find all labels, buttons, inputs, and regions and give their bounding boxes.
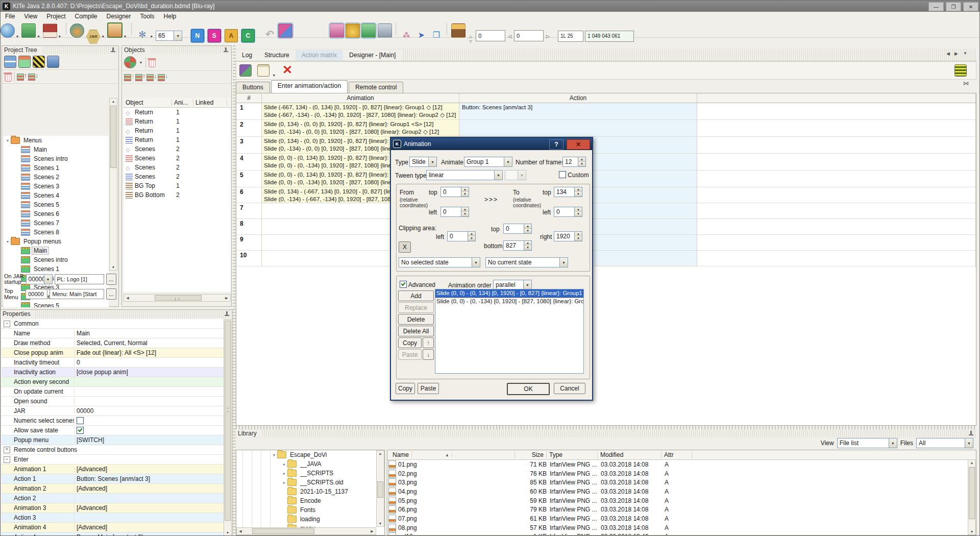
on-jar-startup-select[interactable]: 00000▼ (26, 274, 53, 284)
playlist-browse-button[interactable]: ... (106, 274, 116, 285)
object-up-icon[interactable] (135, 72, 144, 82)
animation-step-item[interactable]: Slide (0, 0) - (0, 134) [0, 1920] - [0, … (435, 289, 583, 298)
tree-expander[interactable]: ▾ (271, 453, 277, 457)
property-value[interactable]: Button: Scenes [anm/act 3] (75, 475, 224, 482)
table-row[interactable]: 10 (236, 251, 976, 266)
open-dropdown[interactable]: ▼ (36, 30, 41, 43)
frame-value-field[interactable]: 0 (476, 30, 505, 41)
delete-row-icon[interactable]: ✕ (282, 62, 292, 78)
order-select[interactable]: parallel▼ (493, 280, 532, 290)
properties-scrollbar[interactable]: ▼ (224, 319, 232, 536)
type-select[interactable]: Slide▼ (409, 157, 437, 167)
property-value[interactable]: [SWITCH] (75, 436, 224, 444)
menu-item[interactable]: Project (42, 12, 70, 21)
property-value[interactable]: [close popup anim] (75, 369, 224, 376)
property-checkbox[interactable] (77, 417, 84, 424)
tree-item[interactable]: Scenes 8 (4, 228, 109, 237)
current-state-select[interactable]: No current state▼ (485, 257, 568, 267)
property-value[interactable]: 00000 (75, 407, 224, 415)
object-row[interactable]: Scenes 2 (124, 163, 231, 172)
tab-scroll-right-icon[interactable]: ▶ (954, 51, 958, 56)
custom-checkbox[interactable]: Custom (559, 171, 589, 179)
file-row[interactable]: 01.png 71 KB IrfanView PNG ... 03.03.201… (387, 460, 976, 469)
row-action-cell[interactable] (459, 120, 697, 137)
delete-button[interactable]: Delete (398, 314, 434, 325)
tree-item[interactable]: ▾ Popup menus (4, 237, 109, 246)
property-row[interactable]: Inactivity action [close popup anim] (2, 368, 224, 377)
table-row[interactable]: 7 (236, 203, 976, 219)
image-export-icon[interactable] (107, 22, 122, 38)
table-row[interactable]: 9 (236, 235, 976, 251)
save-dropdown[interactable]: ▼ (57, 30, 62, 43)
tree-item[interactable]: Scenes intro (4, 255, 109, 264)
tree-item[interactable]: Scenes 5 (4, 200, 109, 209)
close-button[interactable]: ✕ (963, 2, 978, 11)
cancel-button[interactable]: Cancel (554, 383, 585, 394)
tree-expander[interactable]: ▸ (281, 462, 287, 467)
jar-dropdown[interactable]: ▼ (101, 30, 106, 43)
library-tree-item[interactable]: 2021-10-15_1137 (270, 487, 376, 496)
tree-expander[interactable]: ▾ (5, 138, 11, 143)
pin-icon[interactable] (969, 431, 973, 436)
rotate-dropdown[interactable]: ▼ (138, 56, 143, 69)
menu-item[interactable]: Designer (102, 12, 136, 21)
move-bottom-icon[interactable] (158, 72, 167, 82)
designer-mode-icon[interactable] (278, 23, 292, 38)
paste-item-button[interactable]: Paste (398, 349, 422, 360)
property-row[interactable]: − Enter (2, 455, 224, 465)
copy-structure-icon[interactable] (239, 64, 252, 77)
row-action-cell[interactable]: Button: Scenes [anm/act 3] (459, 103, 697, 120)
collapse-panel-icon[interactable]: ⋈ (963, 80, 969, 87)
file-row[interactable]: 02.png 76 KB IrfanView PNG ... 03.03.201… (387, 469, 976, 478)
settings-dropdown[interactable]: ▼ (149, 30, 154, 43)
table-row[interactable]: 3 Slide (0, 134) - (0, 0) [0, 1920] - [0… (236, 137, 976, 154)
clip-left-spinner[interactable]: 0▲▼ (447, 231, 476, 241)
clip-x-button[interactable]: X (399, 241, 411, 253)
delete-node-icon[interactable] (4, 72, 12, 81)
bird-icon[interactable] (330, 23, 344, 38)
nav-prev-button[interactable]: ◁ (507, 30, 512, 43)
object-row[interactable]: Return 1 (124, 117, 231, 126)
table-row[interactable]: 6 Slide (0, 134) - (-667, 134) [0, 1920]… (236, 187, 976, 203)
to-top-spinner[interactable]: 134▲▼ (554, 187, 582, 197)
table-row[interactable]: 5 Slide (0, 0) - (0, 134) [0, 1920] - [0… (236, 170, 976, 187)
state-letter-button[interactable]: C (241, 29, 255, 42)
chart-icon[interactable]: ⁂ (400, 29, 413, 42)
tree-item[interactable]: Scenes 6 (4, 209, 109, 218)
property-row[interactable]: Action 1 Button: Scenes [anm/act 3] (2, 474, 224, 484)
property-checkbox[interactable] (77, 427, 84, 434)
jar-icon[interactable]: JAR (86, 30, 101, 44)
library-tree-item[interactable]: Encode (270, 496, 376, 505)
property-row[interactable]: Animation 1 [Advanced] (2, 465, 224, 474)
top-menu-field[interactable]: Menu: Main [Start (50, 289, 104, 299)
state-letter-button[interactable]: S (208, 29, 221, 42)
object-row[interactable]: BG Bottom 2 (124, 190, 231, 200)
move-item-up-button[interactable]: ↑ (423, 337, 434, 348)
tree-item[interactable]: Scenes 1 (4, 163, 109, 173)
column-ani[interactable]: Ani... (172, 99, 193, 106)
maximize-button[interactable]: ❐ (946, 2, 961, 11)
object-row[interactable]: Return 1 (124, 108, 231, 117)
pin-icon[interactable] (111, 47, 115, 53)
view-select[interactable]: File list▼ (837, 438, 897, 448)
tree-item[interactable]: Scenes 7 (4, 218, 109, 228)
property-row[interactable]: + Remote control buttons (2, 445, 224, 455)
objects-hscrollbar[interactable]: ◀ ▶ (124, 294, 231, 302)
from-left-spinner[interactable]: 0▲▼ (440, 207, 469, 217)
category-expander[interactable]: − (4, 321, 10, 327)
tree-item[interactable]: Scenes 4 (4, 191, 109, 200)
clapperboard-icon[interactable] (33, 56, 45, 68)
sub-tab[interactable]: Remote control (349, 82, 403, 93)
property-value[interactable]: [Advanced] (75, 504, 224, 511)
add-button[interactable]: Add (398, 290, 434, 301)
project-tree-scrollbar[interactable]: ▲▼ (109, 98, 117, 271)
library-tree-item[interactable]: ▸ __SCRIPTS (270, 469, 376, 478)
clip-top-spinner[interactable]: 0▲▼ (503, 224, 532, 234)
files-filter-select[interactable]: All▼ (916, 438, 973, 448)
library-tree-item[interactable]: ▾ Escape_DoVi (270, 450, 376, 459)
library-tree-hscrollbar[interactable]: ◀ ▶ (236, 527, 376, 535)
property-row[interactable]: Animation 4 [Advanced] (2, 523, 224, 532)
table-row[interactable]: 1 Slide (-667, 134) - (0, 134) [0, 1920]… (236, 103, 976, 120)
column-name[interactable]: Name▲ (387, 451, 515, 458)
pin-icon[interactable] (225, 311, 229, 317)
